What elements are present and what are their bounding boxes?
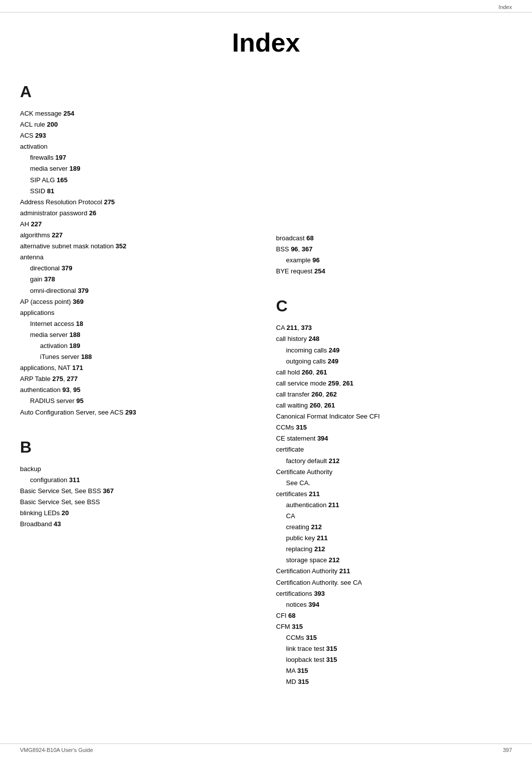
list-item: ACL rule 200 [20,119,256,130]
list-item: iTunes server 188 [20,351,256,362]
list-item: antenna [20,252,256,263]
list-item: BSS 96, 367 [276,244,512,255]
list-item: Canonical Format Indicator See CFI [276,411,512,422]
list-item: call hold 260, 261 [276,367,512,378]
list-item: alternative subnet mask notation 352 [20,241,256,252]
list-item: creating 212 [276,522,512,533]
list-item: public key 211 [276,533,512,544]
list-item: AH 227 [20,219,256,230]
list-item: CA 211, 373 [276,322,512,333]
list-item: call waiting 260, 261 [276,400,512,411]
list-item: authentication 211 [276,500,512,511]
list-item: SSID 81 [20,186,256,197]
list-item: applications [20,307,256,318]
header-title: Index [498,4,512,10]
list-item: Broadband 43 [20,519,256,530]
list-item: media server 189 [20,163,256,174]
list-item: MD 315 [276,676,512,687]
list-item: CCMs 315 [276,422,512,433]
list-item: Basic Service Set, see BSS [20,497,256,508]
list-item: Basic Service Set, See BSS 367 [20,486,256,497]
page-footer: VMG8924-B10A User's Guide 397 [0,743,532,753]
list-item: omni-directional 379 [20,285,256,296]
column-left: A ACK message 254 ACL rule 200 ACS 293 a… [20,78,256,687]
list-item: link trace test 315 [276,643,512,654]
index-columns: A ACK message 254 ACL rule 200 ACS 293 a… [0,78,532,687]
list-item: CCMs 315 [276,632,512,643]
list-item: media server 188 [20,329,256,340]
list-item: example 96 [276,255,512,266]
list-item: Certificate Authority [276,467,512,478]
list-item: call transfer 260, 262 [276,389,512,400]
list-item: Certification Authority 211 [276,566,512,577]
list-item: SIP ALG 165 [20,175,256,186]
list-item: CFI 68 [276,610,512,621]
list-item: algorithms 227 [20,230,256,241]
list-item: CE statement 394 [276,433,512,444]
list-item: See CA. [276,478,512,489]
page-title-section: Index [0,13,532,78]
list-item: directional 379 [20,263,256,274]
column-right: broadcast 68 BSS 96, 367 example 96 BYE … [276,78,512,687]
section-a-letter: A [20,83,256,101]
list-item: applications, NAT 171 [20,362,256,373]
list-item: factory default 212 [276,456,512,467]
list-item: authentication 93, 95 [20,385,256,396]
section-c-letter: C [276,297,512,315]
list-item: Certification Authority. see CA [276,577,512,588]
list-item: notices 394 [276,599,512,610]
section-b-letter: B [20,438,256,457]
list-item: administrator password 26 [20,208,256,219]
list-item: Auto Configuration Server, see ACS 293 [20,407,256,418]
list-item: AP (access point) 369 [20,296,256,307]
list-item: ACK message 254 [20,108,256,119]
list-item: certificates 211 [276,489,512,500]
page-title: Index [0,28,532,58]
list-item: backup [20,464,256,475]
list-item: loopback test 315 [276,654,512,665]
list-item: outgoing calls 249 [276,356,512,367]
list-item: blinking LEDs 20 [20,508,256,519]
page-header: Index [0,0,532,13]
list-item: replacing 212 [276,544,512,555]
list-item: CA [276,511,512,522]
footer-left: VMG8924-B10A User's Guide [20,747,93,753]
list-item: CFM 315 [276,621,512,632]
list-item: call history 248 [276,333,512,344]
list-item: RADIUS server 95 [20,396,256,407]
list-item: BYE request 254 [276,266,512,277]
list-item: call service mode 259, 261 [276,378,512,389]
list-item: certificate [276,444,512,455]
list-item: ACS 293 [20,130,256,141]
list-item: certifications 393 [276,588,512,599]
list-item: incoming calls 249 [276,345,512,356]
list-item: configuration 311 [20,475,256,486]
list-item: MA 315 [276,665,512,676]
list-item: Address Resolution Protocol 275 [20,197,256,208]
list-item: firewalls 197 [20,152,256,163]
footer-right: 397 [503,747,512,753]
list-item: Internet access 18 [20,318,256,329]
list-item: activation 189 [20,340,256,351]
list-item: ARP Table 275, 277 [20,373,256,385]
list-item: gain 378 [20,274,256,285]
list-item: activation [20,141,256,152]
list-item: storage space 212 [276,555,512,566]
list-item: broadcast 68 [276,233,512,244]
